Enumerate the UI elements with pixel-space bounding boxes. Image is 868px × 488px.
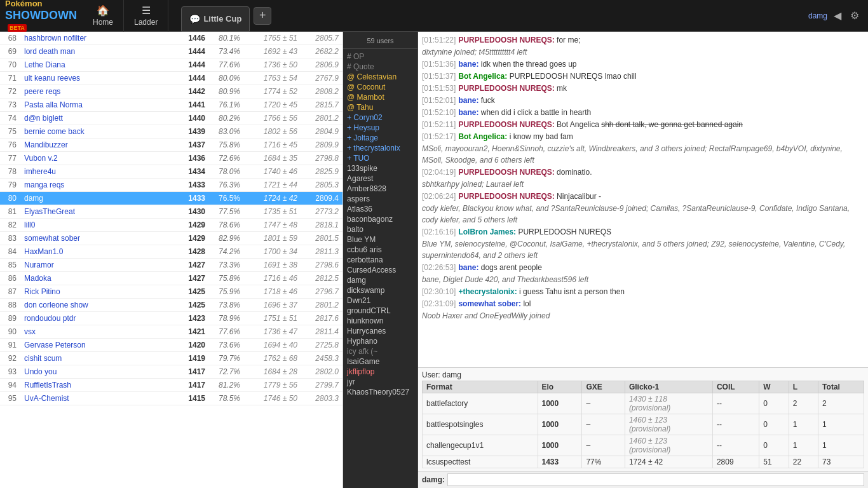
table-row[interactable]: 78 imhere4u 1434 78.0% 1740 ± 46 2825.9 [0,165,342,179]
settings-button[interactable]: ⚙ [848,8,862,23]
table-row[interactable]: 93 Undo you 1417 72.7% 1684 ± 28 2802.0 [0,365,342,379]
table-row[interactable]: 85 Nuramor 1427 73.3% 1691 ± 38 2798.6 [0,259,342,272]
chat-user[interactable]: balto [343,224,417,234]
chat-user[interactable]: Hyphano [343,336,417,346]
chat-user[interactable]: + Joltage [343,133,417,143]
player-name-cell[interactable]: d@n biglett [20,112,177,125]
chat-user[interactable]: KhaosTheory0527 [343,387,417,397]
chat-user[interactable]: hiunknown [343,316,417,326]
player-name-cell[interactable]: bernie come back [20,125,177,139]
message-user[interactable]: PURPLEDOOSH NUREQS: [458,168,554,177]
table-row[interactable]: 69 lord death man 1444 73.4% 1692 ± 43 2… [0,45,342,58]
chat-user[interactable]: jyr [343,377,417,387]
chat-user[interactable]: Dwn21 [343,295,417,306]
player-name-cell[interactable]: don corleone show [20,299,177,312]
table-row[interactable]: 88 don corleone show 1425 73.8% 1696 ± 3… [0,299,342,312]
table-row[interactable]: 84 HaxMan1.0 1428 74.2% 1700 ± 34 2811.3 [0,245,342,259]
message-user[interactable]: PURPLEDOOSH NUREQS: [458,84,554,93]
table-row[interactable]: 72 peere reqs 1442 80.9% 1774 ± 52 2808.… [0,85,342,98]
table-row[interactable]: 68 hashbrown nofilter 1446 80.1% 1765 ± … [0,32,342,45]
table-row[interactable]: 75 bernie come back 1439 83.0% 1802 ± 56… [0,125,342,139]
table-row[interactable]: 89 rondoudou ptdr 1423 78.9% 1751 ± 51 2… [0,312,342,325]
chat-user[interactable]: + TUO [343,153,417,163]
add-room-button[interactable]: + [254,7,271,25]
room-tab-little-cup[interactable]: 💬 Little Cup [181,6,250,32]
chat-user[interactable]: IsaiGame [343,356,417,367]
chat-user[interactable]: icy afk (~ [343,346,417,356]
table-row[interactable]: 87 Rick Pitino 1425 75.9% 1718 ± 46 2796… [0,285,342,299]
table-row[interactable]: 79 manga reqs 1433 76.3% 1721 ± 44 2805.… [0,179,342,192]
table-row[interactable]: 80 damg 1433 76.5% 1724 ± 42 2809.4 [0,192,342,205]
message-user[interactable]: LolBron James: [458,227,516,236]
message-user[interactable]: somewhat sober: [458,299,521,308]
table-row[interactable]: 70 Lethe Diana 1444 77.6% 1736 ± 50 2806… [0,58,342,72]
player-name-cell[interactable]: lill0 [20,219,177,232]
player-name-cell[interactable]: Vubon v.2 [20,152,177,165]
chat-user[interactable]: cerbottana [343,255,417,265]
player-name-cell[interactable]: UvA-Chemist [20,392,177,405]
player-name-cell[interactable]: ElyasTheGreat [20,205,177,219]
chat-user[interactable]: 133spike [343,163,417,173]
player-name-cell[interactable]: Rick Pitino [20,285,177,299]
player-name-cell[interactable]: RuffletIsTrash [20,379,177,392]
player-name-cell[interactable]: cishit scum [20,352,177,365]
chat-user[interactable]: Amber8828 [343,184,417,194]
chat-user[interactable]: CursedAccess [343,265,417,275]
player-name-cell[interactable]: damg [20,192,177,205]
chat-user[interactable]: dickswamp [343,285,417,295]
chat-user[interactable]: @ Celestavian [343,72,417,82]
chat-user[interactable]: damg [343,275,417,285]
player-name-cell[interactable]: Pasta alla Norma [20,98,177,112]
chat-user[interactable]: jkflipflop [343,367,417,377]
message-user[interactable]: bane: [458,60,478,69]
player-name-cell[interactable]: imhere4u [20,165,177,179]
message-user[interactable]: bane: [458,96,478,105]
table-row[interactable]: 71 ult keanu reeves 1444 80.0% 1763 ± 54… [0,72,342,85]
message-user[interactable]: Bot Angelica: [458,132,507,141]
chat-user[interactable]: @ Coconut [343,82,417,92]
player-name-cell[interactable]: Nuramor [20,259,177,272]
player-name-cell[interactable]: vsx [20,325,177,339]
player-name-cell[interactable]: Mandibuzzer [20,139,177,152]
chat-user[interactable]: aspers [343,194,417,204]
table-row[interactable]: 94 RuffletIsTrash 1417 81.2% 1779 ± 56 2… [0,379,342,392]
table-row[interactable]: 81 ElyasTheGreat 1430 77.5% 1735 ± 51 27… [0,205,342,219]
chat-user[interactable]: + thecrystalonix [343,143,417,153]
message-user[interactable]: PURPLEDOOSH NUREQS: [458,192,554,201]
chat-input[interactable] [447,473,864,486]
table-row[interactable]: 91 Gervase Peterson 1420 73.6% 1694 ± 40… [0,339,342,352]
message-user[interactable]: PURPLEDOOSH NUREQS: [458,36,554,44]
message-user[interactable]: Bot Angelica: [458,72,507,81]
chat-user[interactable]: @ Mambot [343,92,417,102]
chat-user[interactable]: Blue YM [343,234,417,245]
chat-user[interactable]: @ Tahu [343,102,417,112]
player-name-cell[interactable]: manga reqs [20,179,177,192]
back-button[interactable]: ◀ [831,8,844,23]
player-name-cell[interactable]: somewhat sober [20,232,177,245]
chat-user[interactable]: groundCTRL [343,306,417,316]
player-name-cell[interactable]: Madoka [20,272,177,285]
player-name-cell[interactable]: rondoudou ptdr [20,312,177,325]
player-name-cell[interactable]: ult keanu reeves [20,72,177,85]
chat-user[interactable]: Atlas36 [343,204,417,214]
table-row[interactable]: 74 d@n biglett 1440 80.2% 1766 ± 56 2801… [0,112,342,125]
home-button[interactable]: 🏠 Home [83,0,124,32]
table-row[interactable]: 92 cishit scum 1419 79.7% 1762 ± 68 2458… [0,352,342,365]
table-row[interactable]: 83 somewhat sober 1429 82.9% 1801 ± 59 2… [0,232,342,245]
message-user[interactable]: bane: [458,263,478,272]
chat-user[interactable]: + Heysup [343,123,417,133]
player-name-cell[interactable]: peere reqs [20,85,177,98]
table-row[interactable]: 73 Pasta alla Norma 1441 76.1% 1720 ± 45… [0,98,342,112]
chat-user[interactable]: baconbagonz [343,214,417,224]
table-row[interactable]: 86 Madoka 1427 75.8% 1716 ± 46 2812.5 [0,272,342,285]
player-name-cell[interactable]: HaxMan1.0 [20,245,177,259]
player-name-cell[interactable]: Undo you [20,365,177,379]
table-row[interactable]: 90 vsx 1421 77.6% 1736 ± 47 2811.4 [0,325,342,339]
message-user[interactable]: PURPLEDOOSH NUREQS: [458,120,554,129]
ladder-button[interactable]: ☰ Ladder [124,0,168,32]
player-name-cell[interactable]: Lethe Diana [20,58,177,72]
table-row[interactable]: 76 Mandibuzzer 1437 75.8% 1716 ± 45 2809… [0,139,342,152]
chat-user[interactable]: Agarest [343,173,417,184]
table-row[interactable]: 82 lill0 1429 78.6% 1747 ± 48 2818.1 [0,219,342,232]
chat-user[interactable]: + Coryn02 [343,112,417,123]
